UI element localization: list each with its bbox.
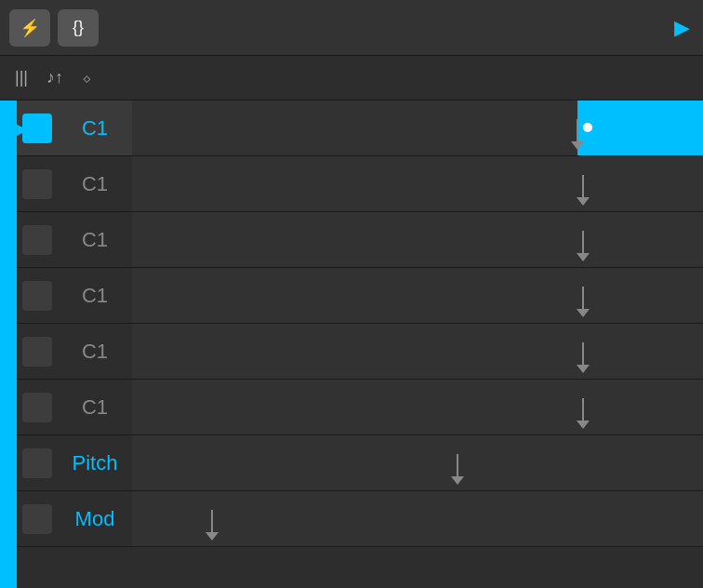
table-row[interactable]: C1 [17,380,703,435]
lightning-button[interactable]: ⚡ [9,9,50,47]
main-area: ▶ C1 [0,100,703,588]
pin-triangle [577,197,590,206]
track-label: C1 [58,172,132,196]
code-button[interactable]: {} [58,9,99,47]
table-row[interactable]: Pitch [17,435,703,491]
color-swatch [22,393,52,422]
pin-triangle [577,309,590,317]
track-color-cell [17,435,58,490]
secondary-toolbar: ||| ♪↑ ⬦ [0,56,703,100]
track-color-cell [17,212,58,267]
color-swatch [22,169,52,199]
track-content[interactable] [132,380,703,434]
track-content[interactable] [132,100,703,155]
pin-line [582,231,584,253]
pitch-track-label: Pitch [58,451,132,475]
track-label: C1 [58,116,132,140]
lightning-icon: ⚡ [20,18,40,38]
pin-line [577,119,578,141]
pin-line [582,398,584,421]
expand-icon: ⬦ [82,68,92,87]
color-swatch [22,281,52,311]
pin-line [582,175,584,197]
pin-marker[interactable] [577,342,590,373]
pin-triangle [577,421,590,429]
track-list: ▶ C1 [17,100,703,588]
top-toolbar: ⚡ {} ▶ [0,0,703,56]
track-label: C1 [58,228,132,252]
color-swatch [22,337,52,367]
pin-marker[interactable] [577,398,590,429]
table-row[interactable]: C1 [17,156,703,212]
track-content[interactable] [132,268,703,323]
pin-line [582,287,584,309]
table-row[interactable]: ▶ C1 [17,100,703,156]
track-content[interactable] [132,324,703,379]
table-row[interactable]: C1 [17,212,703,268]
table-row[interactable]: Mod [17,491,703,547]
pin-line [211,510,213,532]
pin-marker[interactable] [577,231,590,261]
track-color-cell [17,100,58,155]
mod-pin-marker[interactable] [206,510,219,541]
track-color-cell [17,324,58,379]
color-swatch [22,225,52,255]
pin-triangle [577,253,590,261]
app-container: ⚡ {} ▶ ||| ♪↑ ⬦ ▶ [0,0,703,588]
code-icon: {} [73,18,84,37]
track-label: C1 [58,340,132,364]
track-content[interactable] [132,491,703,546]
piano-roll-button[interactable]: ||| [9,64,33,91]
track-label: C1 [58,395,132,420]
pin-triangle [206,532,219,541]
track-color-cell [17,380,58,434]
track-content[interactable] [132,435,703,490]
track-content[interactable] [132,156,703,211]
track-fill-bar [577,100,703,155]
track-color-cell [17,491,58,546]
color-swatch [22,448,52,478]
pin-triangle [571,141,584,150]
play-icon: ▶ [674,16,690,39]
piano-roll-icon: ||| [15,68,28,87]
pin-marker[interactable] [571,119,584,150]
left-sidebar-bar [0,100,17,588]
table-row[interactable]: C1 [17,268,703,324]
pin-line [457,454,458,476]
pin-dot [583,123,592,132]
note-sort-button[interactable]: ♪↑ [41,64,69,91]
color-swatch [22,114,52,143]
table-row[interactable]: C1 [17,324,703,380]
play-button[interactable]: ▶ [674,16,690,40]
pin-marker[interactable] [577,175,590,206]
pin-marker[interactable] [577,287,590,317]
track-color-cell [17,268,58,323]
pin-line [582,342,584,365]
expand-button[interactable]: ⬦ [76,64,98,91]
track-color-cell [17,156,58,211]
pin-triangle [451,476,464,485]
note-sort-icon: ♪↑ [46,68,63,87]
pin-triangle [577,365,590,373]
mod-track-label: Mod [58,507,132,531]
track-label: C1 [58,284,132,308]
color-swatch [22,504,52,534]
track-content[interactable] [132,212,703,267]
pitch-pin-marker[interactable] [451,454,464,485]
